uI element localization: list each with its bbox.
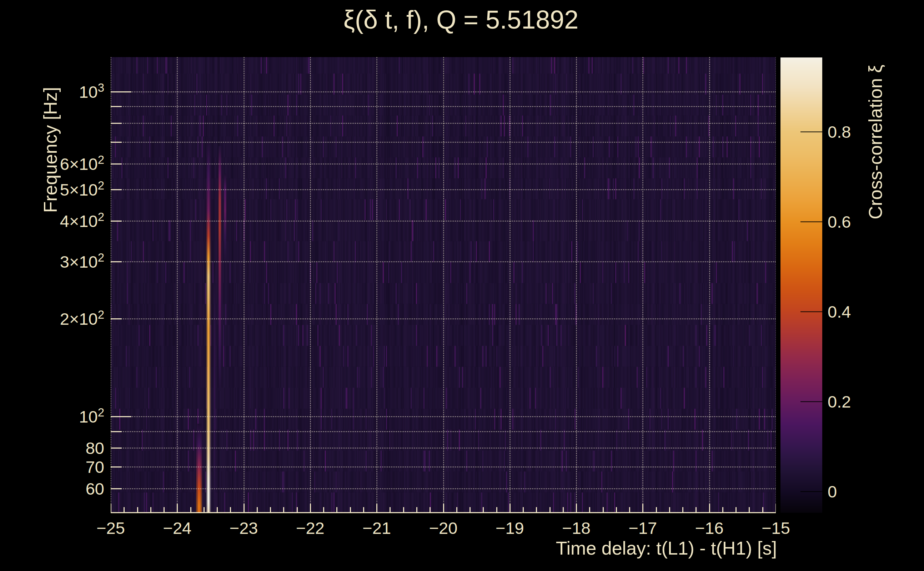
y-tick-exponent: 2	[98, 250, 104, 264]
x-tick-label: −21	[362, 518, 391, 538]
y-tick-label: 102	[79, 407, 104, 426]
plot-title: ξ(δ t, f), Q = 5.51892	[343, 5, 579, 34]
x-tick-label: −24	[163, 518, 192, 538]
colorbar-canvas	[780, 57, 822, 513]
y-tick-base: 6×10	[60, 154, 98, 173]
colorbar-tick-label: 0.2	[828, 392, 851, 411]
y-tick-exponent: 2	[98, 308, 104, 321]
y-axis-title: Frequency [Hz]	[40, 87, 61, 213]
y-tick-label: 60	[86, 479, 104, 498]
y-tick-base: 10	[79, 407, 97, 426]
y-tick-label: 70	[86, 457, 104, 477]
x-axis-title: Time delay: t(L1) - t(H1) [s]	[556, 537, 777, 559]
y-tick-base: 3×10	[60, 252, 98, 271]
y-tick-label: 103	[79, 82, 104, 101]
y-tick-base: 2×10	[60, 309, 98, 328]
y-tick-exponent: 2	[98, 153, 104, 166]
y-tick-base: 80	[86, 438, 104, 457]
y-tick-label: 4×102	[60, 211, 104, 230]
x-tick-label: −18	[562, 518, 590, 538]
x-tick-label: −20	[429, 518, 458, 538]
colorbar-tick-label: 0	[828, 481, 837, 501]
y-tick-label: 80	[86, 438, 104, 458]
colorbar-tick-label: 0.6	[828, 211, 851, 231]
y-tick-exponent: 2	[98, 406, 104, 419]
colorbar-tick-label: 0.4	[828, 302, 851, 321]
y-tick-base: 5×10	[60, 180, 98, 199]
colorbar-tick-label: 0.8	[828, 122, 851, 141]
x-tick-label: −19	[496, 518, 524, 538]
y-tick-label: 5×102	[60, 179, 104, 199]
y-tick-label: 2×102	[60, 309, 104, 329]
y-tick-base: 10	[79, 82, 97, 101]
y-tick-base: 4×10	[60, 211, 98, 230]
y-tick-base: 70	[86, 457, 104, 477]
x-tick-label: −15	[762, 518, 790, 538]
x-tick-label: −25	[96, 518, 125, 538]
x-tick-label: −23	[230, 518, 258, 538]
y-tick-exponent: 2	[98, 178, 104, 191]
x-tick-label: −22	[296, 518, 324, 538]
x-tick-label: −16	[695, 518, 724, 538]
y-tick-label: 6×102	[60, 154, 104, 173]
x-tick-label: −17	[629, 518, 657, 538]
heatmap-canvas	[111, 57, 776, 513]
y-tick-label: 3×102	[60, 252, 104, 271]
y-tick-exponent: 3	[98, 81, 104, 94]
qscan-figure: ξ(δ t, f), Q = 5.51892 Frequency [Hz] Ti…	[0, 0, 924, 571]
y-tick-exponent: 2	[98, 210, 104, 223]
y-tick-base: 60	[86, 479, 104, 498]
colorbar-title: Cross-correlation ξ	[865, 65, 886, 219]
